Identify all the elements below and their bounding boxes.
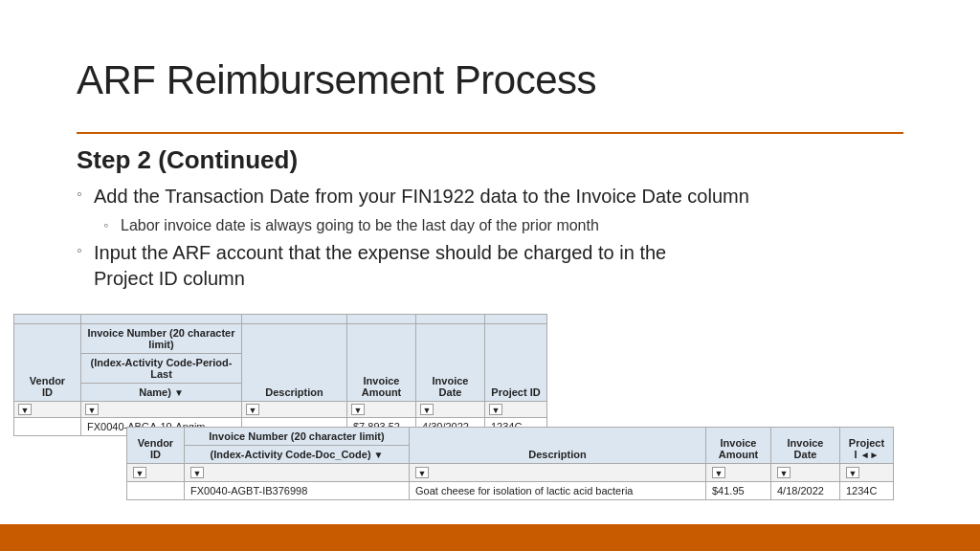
- col-description: Description: [265, 386, 323, 398]
- table-second-header-row: VendorID Invoice Number (20 character li…: [127, 428, 894, 446]
- col-invoice-num-3: Name) ▼: [139, 386, 184, 398]
- table-first-filter-row: ▼ ▼ ▼ ▼ ▼ ▼: [14, 402, 547, 418]
- bullet-item-2: ◦ Input the ARF account that the expense…: [77, 240, 923, 292]
- bullet-dot-1: ◦: [77, 186, 94, 203]
- filter-vendor[interactable]: ▼: [18, 404, 32, 415]
- col2-vendor-id: VendorID: [138, 437, 173, 460]
- col2-invoice-num-2: (Index-Activity Code-Doc_Code) ▼: [210, 449, 383, 460]
- table-first-cutoff-row: [14, 315, 547, 324]
- step-heading: Step 2 (Continued): [77, 145, 298, 175]
- bullet-text-1: Add the Transaction Date from your FIN19…: [94, 184, 749, 209]
- col-invoice-num-2: (Index-Activity Code-Period-Last: [91, 357, 233, 380]
- sub-bullet-1: ◦ Labor invoice date is always going to …: [103, 215, 923, 236]
- cell-vendor-id-1: [14, 418, 81, 436]
- filter-date[interactable]: ▼: [420, 404, 434, 415]
- sub-bullet-text-1: Labor invoice date is always going to be…: [121, 215, 599, 236]
- col2-project-id: Project I ◄►: [849, 437, 884, 460]
- table-first: VendorID Invoice Number (20 characterlim…: [13, 314, 547, 436]
- filter2-amount[interactable]: ▼: [712, 467, 725, 478]
- page-title: ARF Reimbursement Process: [77, 57, 596, 103]
- col-vendor-id: VendorID: [30, 375, 65, 398]
- filter2-project[interactable]: ▼: [846, 467, 859, 478]
- table-second-row-1: FX0040-AGBT-IB376998 Goat cheese for iso…: [127, 482, 894, 500]
- slide-container: ARF Reimbursement Process Step 2 (Contin…: [0, 0, 980, 551]
- col2-invoice-amount: InvoiceAmount: [719, 437, 759, 460]
- filter-project[interactable]: ▼: [489, 404, 502, 415]
- sub-bullet-dot-1: ◦: [103, 217, 121, 232]
- cell2-invoice-num-1: FX0040-AGBT-IB376998: [185, 482, 410, 500]
- bullet-item-1: ◦ Add the Transaction Date from your FIN…: [77, 184, 923, 209]
- filter2-vendor[interactable]: ▼: [133, 467, 146, 478]
- col2-invoice-date: InvoiceDate: [788, 437, 824, 460]
- cell2-date-1: 4/18/2022: [771, 482, 840, 500]
- bullet-dot-2: ◦: [77, 242, 94, 259]
- cell2-description-1: Goat cheese for isolation of lactic acid…: [410, 482, 706, 500]
- bullet-text-2: Input the ARF account that the expense s…: [94, 240, 666, 292]
- cell2-project-1: 1234C: [840, 482, 894, 500]
- cell2-amount-1: $41.95: [706, 482, 771, 500]
- table-second-filter-row: ▼ ▼ ▼ ▼ ▼ ▼: [127, 464, 894, 482]
- filter2-date[interactable]: ▼: [777, 467, 791, 478]
- col-project-id: Project ID: [491, 386, 540, 398]
- col-invoice-date: InvoiceDate: [433, 375, 469, 398]
- filter-invoice[interactable]: ▼: [85, 404, 99, 415]
- table-first-header-row: VendorID Invoice Number (20 characterlim…: [14, 324, 547, 354]
- title-underline: [77, 132, 903, 134]
- filter2-invoice[interactable]: ▼: [190, 467, 204, 478]
- col-invoice-amount: InvoiceAmount: [362, 375, 402, 398]
- filter2-description[interactable]: ▼: [415, 467, 429, 478]
- col2-invoice-num-1: Invoice Number (20 character limit): [209, 430, 384, 442]
- table-second: VendorID Invoice Number (20 character li…: [126, 427, 894, 500]
- filter-amount[interactable]: ▼: [351, 404, 365, 415]
- filter-description[interactable]: ▼: [246, 404, 259, 415]
- bullet-list: ◦ Add the Transaction Date from your FIN…: [77, 184, 923, 298]
- col-invoice-num-1: Invoice Number (20 characterlimit): [87, 327, 234, 350]
- col2-description: Description: [528, 449, 587, 460]
- cell2-vendor-id-1: [127, 482, 185, 500]
- bottom-bar: [0, 524, 980, 551]
